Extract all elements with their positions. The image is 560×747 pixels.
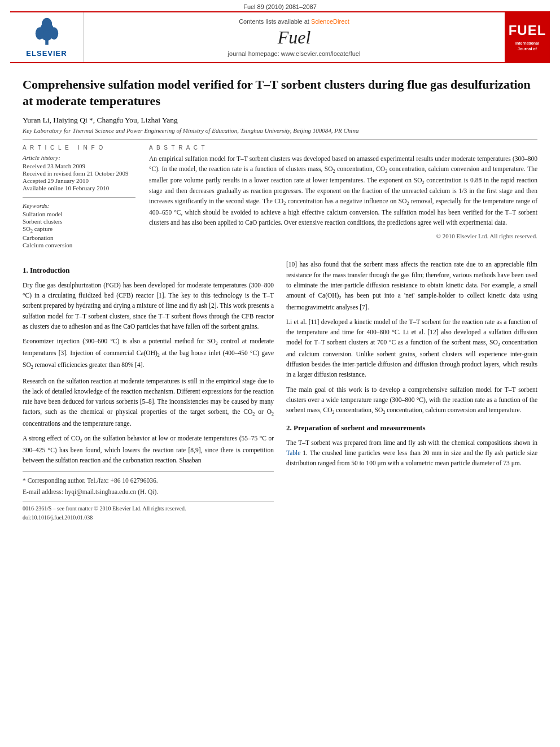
journal-title: Fuel bbox=[278, 27, 311, 48]
footnote-corresponding: * Corresponding author. Tel./fax: +86 10… bbox=[23, 475, 274, 486]
keyword-4: Carbonation bbox=[23, 234, 135, 241]
journal-header: ELSEVIER Contents lists available at Sci… bbox=[10, 11, 550, 63]
intro-p3: Research on the sulfation reaction at mo… bbox=[23, 376, 274, 429]
doi-text: doi:10.1016/j.fuel.2010.01.038 bbox=[23, 514, 93, 521]
keyword-3: SO2 capture bbox=[23, 225, 135, 234]
footnote-email: E-mail address: hyqi@mail.tsinghua.edu.c… bbox=[23, 487, 274, 497]
article-title: Comprehensive sulfation model verified f… bbox=[23, 77, 537, 109]
intro-p4: A strong effect of CO2 on the sulfation … bbox=[23, 433, 274, 465]
keywords-block: Keywords: Sulfation model Sorbent cluste… bbox=[23, 202, 135, 248]
intro-p2: Economizer injection (300–600 °C) is als… bbox=[23, 336, 274, 372]
page: Fuel 89 (2010) 2081–2087 ELSEVIER Conten… bbox=[0, 0, 560, 747]
fuel-logo-lines: InternationalJournal of bbox=[515, 41, 539, 52]
body-text-area: 1. Introduction Dry flue gas desulphuriz… bbox=[23, 259, 537, 522]
article-info-col: A R T I C L E I N F O Article history: R… bbox=[23, 145, 135, 249]
article-history: Article history: Received 23 March 2009 … bbox=[23, 154, 135, 191]
article-body: Comprehensive sulfation model verified f… bbox=[0, 63, 560, 534]
journal-ref: Fuel 89 (2010) 2081–2087 bbox=[0, 0, 560, 11]
svg-point-3 bbox=[50, 27, 58, 40]
journal-center: Contents lists available at ScienceDirec… bbox=[84, 12, 505, 62]
issn-text: 0016-2361/$ – see front matter © 2010 El… bbox=[23, 505, 186, 512]
elsevier-tree-icon bbox=[30, 17, 64, 48]
intro-p5: [10] has also found that the sorbent mas… bbox=[286, 259, 537, 312]
elsevier-logo: ELSEVIER bbox=[10, 12, 84, 62]
copyright: © 2010 Elsevier Ltd. All rights reserved… bbox=[149, 231, 537, 241]
intro-p6: Li et al. [11] developed a kinetic model… bbox=[286, 317, 537, 380]
footnote-area: * Corresponding author. Tel./fax: +86 10… bbox=[23, 471, 274, 497]
intro-p1: Dry flue gas desulphurization (FGD) has … bbox=[23, 280, 274, 331]
abstract-label: A B S T R A C T bbox=[149, 145, 537, 151]
abstract-col: A B S T R A C T An empirical sulfation m… bbox=[149, 145, 537, 249]
article-affiliation: Key Laboratory for Thermal Science and P… bbox=[23, 127, 537, 134]
journal-homepage: journal homepage: www.elsevier.com/locat… bbox=[228, 50, 361, 57]
fuel-word: FUEL bbox=[509, 23, 546, 38]
section-2-heading: 2. Preparation of sorbent and measuremen… bbox=[286, 422, 537, 434]
svg-point-4 bbox=[41, 18, 51, 30]
fuel-logo: FUEL InternationalJournal of bbox=[505, 12, 550, 62]
body-columns: 1. Introduction Dry flue gas desulphuriz… bbox=[23, 259, 537, 522]
keyword-2: Sorbent clusters bbox=[23, 218, 135, 225]
section-1-heading: 1. Introduction bbox=[23, 265, 274, 277]
elsevier-text: ELSEVIER bbox=[26, 49, 67, 58]
svg-point-2 bbox=[35, 27, 43, 40]
table-ref: Table bbox=[286, 449, 300, 456]
article-info-abstract: A R T I C L E I N F O Article history: R… bbox=[23, 145, 537, 249]
sciencedirect-line: Contents lists available at ScienceDirec… bbox=[239, 18, 349, 25]
divider-keywords bbox=[23, 197, 135, 198]
keyword-5: Calcium conversion bbox=[23, 242, 135, 248]
keyword-1: Sulfation model bbox=[23, 211, 135, 217]
body-col-left: 1. Introduction Dry flue gas desulphuriz… bbox=[23, 259, 274, 522]
intro-p7: The main goal of this work is to develop… bbox=[286, 385, 537, 417]
section2-p1: The T–T sorbent was prepared from lime a… bbox=[286, 438, 537, 468]
body-col-right: [10] has also found that the sorbent mas… bbox=[286, 259, 537, 522]
article-authors: Yuran Li, Haiying Qi *, Changfu You, Liz… bbox=[23, 116, 537, 125]
issn-area: 0016-2361/$ – see front matter © 2010 El… bbox=[23, 501, 274, 522]
abstract-text: An empirical sulfation model for T–T sor… bbox=[149, 154, 537, 241]
article-info-label: A R T I C L E I N F O bbox=[23, 145, 135, 151]
divider-1 bbox=[23, 139, 537, 140]
sciencedirect-link[interactable]: ScienceDirect bbox=[311, 18, 349, 25]
